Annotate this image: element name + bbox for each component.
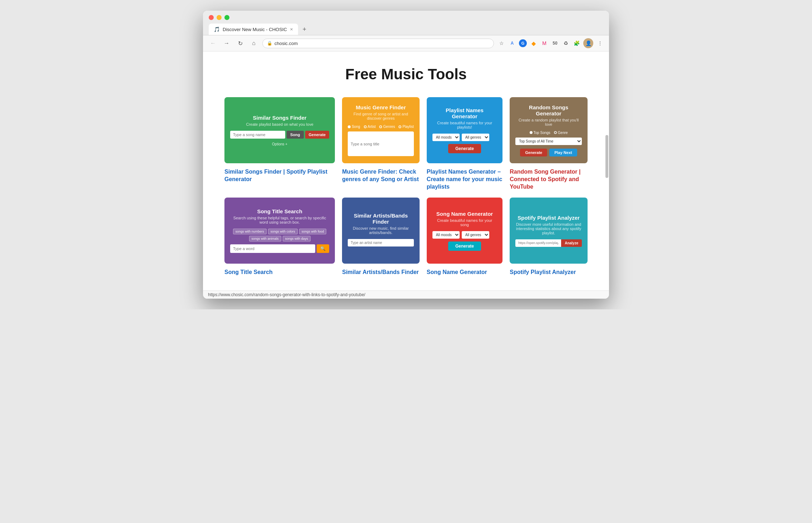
song-name-genre-select[interactable]: All genres bbox=[462, 231, 489, 239]
tool-card-song-title[interactable]: Song Title Search Search using these hel… bbox=[224, 198, 335, 276]
radio-dot-song bbox=[348, 125, 351, 128]
tools-grid: Similar Songs Finder Create playlist bas… bbox=[224, 97, 588, 276]
preview-subtitle-similar-songs: Create playlist based on what you love bbox=[246, 122, 313, 126]
tool-card-playlist-names[interactable]: Playlist Names Generator Create beautifu… bbox=[427, 97, 502, 190]
playlist-mood-select[interactable]: All moods bbox=[432, 134, 460, 141]
browser-toolbar: ← → ↻ ⌂ 🔒 chosic.com ☆ A G ◆ M 50 ♻ 🧩 👤 … bbox=[203, 35, 609, 51]
tool-preview-similar-artists: Similar Artists/Bands Finder Discover ne… bbox=[342, 198, 420, 264]
tool-preview-music-genre: Music Genre Finder Find genre of song or… bbox=[342, 97, 420, 163]
new-tab-button[interactable]: + bbox=[299, 24, 310, 34]
tab-close-button[interactable]: ✕ bbox=[290, 27, 293, 32]
scrollbar[interactable] bbox=[605, 135, 608, 178]
similar-songs-input[interactable] bbox=[230, 131, 285, 139]
analyze-btn[interactable]: Analyze bbox=[561, 239, 582, 247]
maximize-button[interactable] bbox=[224, 15, 229, 20]
options-label: Options + bbox=[272, 142, 287, 146]
extension-icon-5[interactable]: ♻ bbox=[562, 39, 570, 47]
tool-link-genre[interactable]: Music Genre Finder: Check genres of any … bbox=[342, 168, 420, 183]
url-text: chosic.com bbox=[274, 41, 298, 46]
random-generate-btn[interactable]: Generate bbox=[520, 149, 547, 156]
radio-top-songs[interactable]: Top Songs bbox=[530, 131, 550, 135]
forward-button[interactable]: → bbox=[222, 38, 232, 48]
page-title: Free Music Tools bbox=[224, 66, 588, 83]
random-select-row: Top Songs of All Time bbox=[515, 138, 582, 145]
minimize-button[interactable] bbox=[217, 15, 222, 20]
tool-link-song-title[interactable]: Song Title Search bbox=[224, 269, 335, 276]
tool-card-song-name-gen[interactable]: Song Name Generator Create beautiful nam… bbox=[427, 198, 502, 276]
tool-card-music-genre[interactable]: Music Genre Finder Find genre of song or… bbox=[342, 97, 420, 190]
preview-title-random: Random Songs Generator bbox=[515, 104, 582, 116]
song-btn[interactable]: Song bbox=[287, 131, 304, 139]
tool-link-similar-songs[interactable]: Similar Songs Finder | Spotify Playlist … bbox=[224, 168, 335, 183]
song-title-search-btn[interactable]: 🔍 bbox=[317, 244, 329, 253]
extension-icon-2[interactable]: ◆ bbox=[530, 39, 538, 47]
tool-link-random-songs[interactable]: Random Song Generator | Connected to Spo… bbox=[510, 168, 588, 190]
tag-days[interactable]: songs with days bbox=[283, 236, 311, 241]
radio-dot-artist bbox=[364, 125, 367, 128]
refresh-button[interactable]: ↻ bbox=[235, 38, 245, 48]
tab-bar: 🎵 Discover New Music - CHOSIC ✕ + bbox=[209, 24, 603, 35]
extension-icon-3[interactable]: M bbox=[540, 39, 548, 47]
preview-subtitle-song-name: Create beautiful names for your song bbox=[432, 218, 497, 227]
preview-title-artists: Similar Artists/Bands Finder bbox=[348, 213, 414, 225]
radio-genre[interactable]: Genre bbox=[554, 131, 568, 135]
tag-numbers[interactable]: songs with numbers bbox=[233, 229, 267, 234]
tool-card-random-songs[interactable]: Random Songs Generator Create a random p… bbox=[510, 97, 588, 190]
profile-avatar[interactable]: 👤 bbox=[583, 38, 593, 48]
genre-radio-row: Song Artist Genres Playlist bbox=[348, 125, 414, 129]
page-content: Free Music Tools Similar Songs Finder Cr… bbox=[203, 51, 609, 290]
tag-colors[interactable]: songs with colors bbox=[268, 229, 298, 234]
tool-link-song-name[interactable]: Song Name Generator bbox=[427, 269, 502, 276]
tool-card-similar-artists[interactable]: Similar Artists/Bands Finder Discover ne… bbox=[342, 198, 420, 276]
genre-input[interactable] bbox=[348, 131, 414, 156]
menu-icon[interactable]: ⋮ bbox=[596, 39, 604, 47]
extension-icon-1[interactable]: G bbox=[519, 39, 527, 47]
tool-card-spotify-analyzer[interactable]: Spotify Playlist Analyzer Discover more … bbox=[510, 198, 588, 276]
random-play-btn[interactable]: Play Next bbox=[549, 149, 577, 156]
active-tab[interactable]: 🎵 Discover New Music - CHOSIC ✕ bbox=[209, 24, 298, 35]
tool-preview-playlist-names: Playlist Names Generator Create beautifu… bbox=[427, 97, 502, 163]
preview-title-playlist: Playlist Names Generator bbox=[432, 107, 497, 119]
tag-food[interactable]: songs with food bbox=[299, 229, 327, 234]
preview-title-song-name: Song Name Generator bbox=[436, 211, 493, 217]
song-name-generate-btn[interactable]: Generate bbox=[448, 241, 481, 251]
preview-subtitle-analyzer: Discover more useful information and int… bbox=[515, 222, 582, 235]
random-radio-row: Top Songs Genre bbox=[530, 131, 568, 135]
preview-title-song-title: Song Title Search bbox=[257, 208, 302, 214]
radio-song[interactable]: Song bbox=[348, 125, 360, 129]
song-title-tags: songs with numbers songs with colors son… bbox=[230, 229, 329, 241]
browser-window: 🎵 Discover New Music - CHOSIC ✕ + ← → ↻ … bbox=[203, 11, 609, 299]
tag-animals[interactable]: songs with animals bbox=[249, 236, 281, 241]
random-period-select[interactable]: Top Songs of All Time bbox=[515, 138, 582, 145]
address-bar[interactable]: 🔒 chosic.com bbox=[262, 39, 494, 48]
song-name-mood-select[interactable]: All moods bbox=[432, 231, 460, 239]
home-button[interactable]: ⌂ bbox=[249, 38, 259, 48]
radio-playlist[interactable]: Playlist bbox=[398, 125, 414, 129]
random-btn-row: Generate Play Next bbox=[520, 149, 577, 156]
playlist-genre-select[interactable]: All genres bbox=[462, 134, 489, 141]
song-title-input[interactable] bbox=[230, 244, 315, 253]
analyzer-url-input[interactable] bbox=[515, 239, 561, 247]
bookmark-icon[interactable]: ☆ bbox=[497, 39, 505, 47]
translate-icon[interactable]: A bbox=[508, 39, 516, 47]
artist-input[interactable] bbox=[348, 239, 414, 246]
radio-artist[interactable]: Artist bbox=[364, 125, 376, 129]
tool-link-similar-artists[interactable]: Similar Artists/Bands Finder bbox=[342, 269, 420, 276]
tab-favicon: 🎵 bbox=[214, 26, 220, 32]
browser-titlebar: 🎵 Discover New Music - CHOSIC ✕ + bbox=[203, 11, 609, 35]
preview-title-similar-songs: Similar Songs Finder bbox=[253, 115, 307, 121]
extensions-icon[interactable]: 🧩 bbox=[573, 39, 580, 47]
radio-genres[interactable]: Genres bbox=[379, 125, 395, 129]
generate-btn-similar[interactable]: Generate bbox=[305, 131, 330, 139]
back-button[interactable]: ← bbox=[208, 38, 218, 48]
preview-title-genre: Music Genre Finder bbox=[356, 104, 406, 110]
status-bar: https://www.chosic.com/random-songs-gene… bbox=[203, 290, 609, 299]
song-name-select-row: All moods All genres bbox=[432, 231, 497, 239]
tool-link-playlist-names[interactable]: Playlist Names Generator – Create name f… bbox=[427, 168, 502, 190]
tool-card-similar-songs[interactable]: Similar Songs Finder Create playlist bas… bbox=[224, 97, 335, 190]
tool-preview-song-name: Song Name Generator Create beautiful nam… bbox=[427, 198, 502, 264]
extension-icon-4[interactable]: 50 bbox=[551, 39, 559, 47]
tool-link-analyzer[interactable]: Spotify Playlist Analyzer bbox=[510, 269, 588, 276]
playlist-generate-btn[interactable]: Generate bbox=[448, 144, 481, 153]
close-button[interactable] bbox=[209, 15, 214, 20]
